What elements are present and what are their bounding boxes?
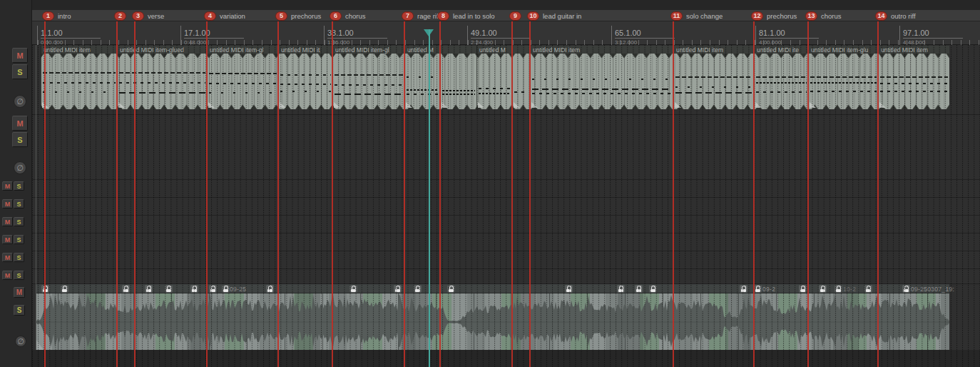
marker-badge[interactable]: 4	[204, 11, 216, 21]
ruler-tick[interactable]: 49.1.002:24.000	[467, 26, 531, 45]
midi-notes-row	[119, 92, 205, 94]
marker-9[interactable]: 9	[509, 11, 521, 21]
track-3-mute-button[interactable]: M	[2, 181, 13, 191]
midi-item-label: untitled MIDI ite	[757, 46, 807, 54]
midi-notes-row	[756, 82, 807, 84]
track-6-solo-button[interactable]: S	[14, 235, 24, 244]
track-5-solo-button[interactable]: S	[14, 217, 24, 226]
midi-item-section[interactable]: untitled MIDI item-gl	[207, 46, 278, 109]
track-2-phase-button[interactable]: ∅	[14, 161, 26, 174]
marker-6[interactable]: 6chorus	[330, 11, 366, 21]
track-row-separator	[32, 179, 980, 180]
marker-7[interactable]: 7rage rif	[402, 11, 439, 21]
ruler-bar-number: 49.1.00	[471, 29, 531, 39]
midi-item-section[interactable]: untitled MIDI item	[41, 46, 117, 109]
midi-item-section[interactable]: untitled MIDI item-glued	[117, 46, 207, 109]
midi-item-section[interactable]: untitled MIDI item	[530, 46, 673, 109]
track-2-solo-button[interactable]: S	[12, 132, 28, 147]
lock-icon	[222, 285, 230, 293]
marker-4[interactable]: 4variation	[204, 11, 245, 21]
marker-badge[interactable]: 13	[805, 11, 817, 21]
marker-12[interactable]: 12prechorus	[751, 11, 797, 21]
midi-item-section[interactable]: untitled M	[404, 46, 440, 109]
ruler-time: 4:00.000	[759, 39, 781, 46]
midi-item-section[interactable]: untitled M	[476, 46, 512, 109]
ruler-tick[interactable]: 97.1.004:48.000	[899, 26, 963, 45]
track-1-solo-button[interactable]: S	[12, 64, 28, 79]
ruler-tick[interactable]: 81.1.004:00.000	[755, 26, 819, 45]
midi-notes-row	[43, 91, 116, 93]
midi-item-section[interactable]: untitled MIDI item	[878, 46, 949, 109]
audio-wave-area[interactable]	[36, 293, 949, 350]
marker-badge[interactable]: 9	[509, 11, 521, 21]
marker-14[interactable]: 14outro riff	[875, 11, 916, 21]
midi-notes-row	[335, 94, 403, 95]
track-9-mute-button[interactable]: M	[14, 287, 25, 298]
marker-badge[interactable]: 3	[132, 11, 144, 21]
playhead-line[interactable]	[429, 29, 430, 367]
midi-item-section[interactable]: untitled MIDI item-gl	[332, 46, 404, 109]
ruler-tick[interactable]: 33.1.001:36.000	[324, 26, 387, 45]
track-7-mute-button[interactable]: M	[2, 253, 13, 262]
marker-badge[interactable]: 7	[402, 11, 414, 21]
midi-notes-row	[407, 89, 439, 91]
track-1-phase-button[interactable]: ∅	[14, 95, 26, 108]
track-3-solo-button[interactable]: S	[14, 181, 24, 191]
item-fadein-triangle	[118, 102, 125, 108]
track-4-solo-button[interactable]: S	[14, 199, 24, 208]
marker-badge[interactable]: 14	[875, 11, 887, 21]
lock-icon	[266, 285, 274, 293]
lock-icon	[414, 285, 422, 293]
track-9-solo-button[interactable]: S	[14, 305, 25, 316]
track-2-mute-button[interactable]: M	[12, 116, 28, 131]
midi-track-items[interactable]: untitled MIDI itemuntitled MIDI item-glu…	[41, 46, 949, 109]
midi-item-section[interactable]: untitled MIDI it	[278, 46, 332, 109]
marker-bar[interactable]: 1intro23verse4variation5prechorus6chorus…	[32, 10, 980, 21]
marker-2[interactable]: 2	[114, 11, 126, 21]
marker-badge[interactable]: 10	[527, 11, 539, 21]
ruler-time: 0:00.000	[41, 39, 63, 46]
midi-item-section[interactable]: untitled MIDI item	[673, 46, 754, 109]
marker-badge[interactable]: 6	[330, 11, 342, 21]
marker-badge[interactable]: 1	[42, 11, 54, 21]
item-fadein-triangle	[42, 102, 49, 108]
marker-badge[interactable]: 8	[437, 11, 449, 21]
midi-notes-row	[880, 91, 948, 92]
midi-item-section[interactable]	[512, 46, 530, 109]
track-5-mute-button[interactable]: M	[2, 217, 13, 226]
marker-13[interactable]: 13chorus	[805, 11, 842, 21]
track-4-mute-button[interactable]: M	[2, 199, 13, 208]
track-9-phase-button[interactable]: ∅	[15, 336, 26, 347]
track-row-separator	[32, 233, 980, 233]
marker-10[interactable]: 10lead guitar in	[527, 11, 581, 21]
timeline-ruler[interactable]: 1.1.000:00.00017.1.000:48.00033.1.001:36…	[32, 21, 980, 45]
marker-11[interactable]: 11solo change	[670, 11, 723, 21]
item-fadein-triangle	[675, 102, 681, 108]
marker-badge[interactable]: 5	[275, 11, 287, 21]
midi-notes-row	[119, 82, 205, 84]
audio-item-label: 09-2	[762, 286, 775, 293]
marker-8[interactable]: 8lead in to solo	[437, 11, 495, 21]
midi-item-section[interactable]: untitled MIDI item-glu	[808, 46, 878, 109]
lock-icon	[447, 285, 455, 293]
marker-5[interactable]: 5prechorus	[275, 11, 321, 21]
midi-notes-row	[675, 76, 752, 78]
marker-1[interactable]: 1intro	[42, 11, 71, 21]
ruler-tick[interactable]: 17.1.000:48.000	[180, 26, 244, 45]
track-row-separator	[32, 268, 980, 269]
marker-badge[interactable]: 2	[114, 11, 126, 21]
marker-badge[interactable]: 11	[670, 11, 683, 21]
marker-3[interactable]: 3verse	[132, 11, 164, 21]
midi-item-section[interactable]: untitled MIDI ite	[754, 46, 808, 109]
track-6-mute-button[interactable]: M	[2, 235, 13, 244]
track-8-mute-button[interactable]: M	[2, 271, 13, 280]
ruler-tick[interactable]: 1.1.000:00.000	[37, 26, 101, 45]
midi-item-section[interactable]	[440, 46, 476, 109]
track-7-solo-button[interactable]: S	[14, 253, 24, 262]
audio-track-item[interactable]: 09-2509-210-209-250307_19:	[36, 284, 949, 350]
track-8-solo-button[interactable]: S	[14, 271, 24, 280]
ruler-tick[interactable]: 65.1.003:12.000	[611, 26, 675, 45]
marker-badge[interactable]: 12	[751, 11, 763, 21]
midi-notes-row	[479, 93, 511, 94]
track-1-mute-button[interactable]: M	[12, 48, 28, 63]
